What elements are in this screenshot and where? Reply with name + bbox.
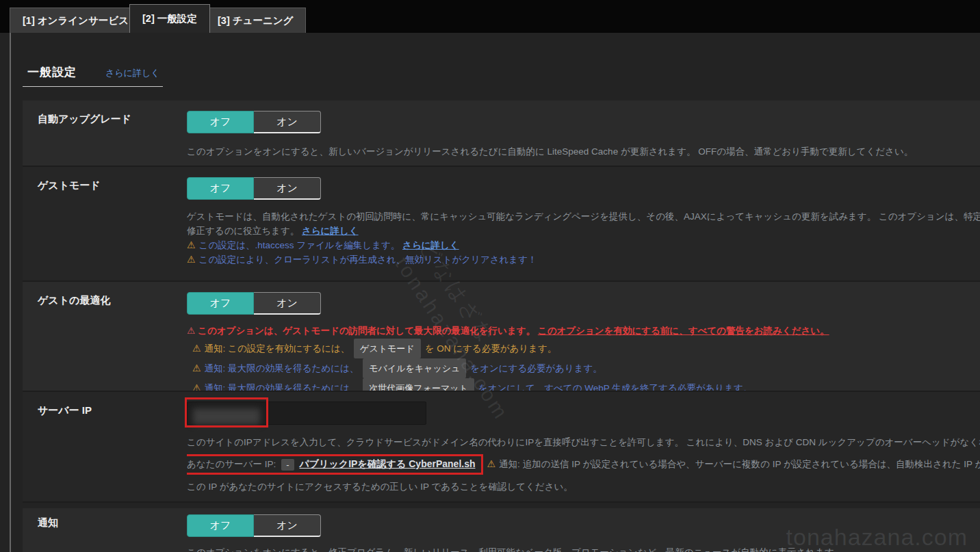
- auto-upgrade-toggle: オフ オン: [187, 111, 321, 133]
- guest-optimization-alert-link[interactable]: このオプションを有効にする前に、すべての警告をお読みください。: [538, 326, 829, 336]
- your-server-ip-line: あなたのサーバー IP: - パブリックIPを確認する CyberPanel.s…: [187, 453, 980, 476]
- next-gen-image-badge: 次世代画像フォーマット: [363, 378, 474, 392]
- guest-optimization-notice-1: ⚠通知: この設定を有効にするには、ゲストモードを ON にする必要があります。: [187, 339, 980, 358]
- auto-upgrade-on-button[interactable]: オン: [254, 111, 321, 133]
- warning-triangle-icon: ⚠: [487, 458, 496, 469]
- guest-optimization-off-button[interactable]: オフ: [187, 292, 254, 315]
- guest-mode-warning-learn-more-link[interactable]: さらに詳しく: [402, 240, 459, 250]
- guest-optimization-toggle: オフ オン: [187, 292, 321, 315]
- settings-tab-bar: [1] オンラインサービス [2] 一般設定 [3] チューニング: [0, 0, 980, 33]
- guest-mode-learn-more-link[interactable]: さらに詳しく: [302, 226, 359, 236]
- notification-on-button[interactable]: オン: [254, 514, 321, 537]
- row-auto-upgrade: 自動アップグレード オフ オン このオプションをオンにすると、新しいバージョンが…: [23, 101, 980, 167]
- guest-mode-warning-1: ⚠この設定は、.htaccess ファイルを編集します。 さらに詳しく: [187, 238, 980, 252]
- guest-optimization-label: ゲストの最適化: [23, 282, 187, 391]
- server-ip-description-1: このサイトのIPアドレスを入力して、クラウドサービスがドメイン名の代わりにIPを…: [187, 435, 980, 449]
- your-server-ip-value: -: [281, 459, 294, 471]
- server-ip-label: サーバー IP: [23, 392, 187, 501]
- learn-more-link[interactable]: さらに詳しく: [105, 67, 160, 79]
- guest-optimization-on-button[interactable]: オン: [254, 292, 321, 315]
- row-guest-mode: ゲストモード オフ オン ゲストモードは、自動化されたゲストの初回訪問時に、常に…: [23, 167, 980, 282]
- check-public-ip-link[interactable]: パブリックIPを確認する CyberPanel.sh: [300, 458, 476, 471]
- tab-general-settings[interactable]: [2] 一般設定: [129, 4, 210, 33]
- guest-mode-warning-2: ⚠この設定により、クローラリストが再生成され、無効リストがクリアされます！: [187, 252, 980, 267]
- guest-mode-badge: ゲストモード: [354, 339, 421, 358]
- cache-mobile-badge: モバイルをキャッシュ: [363, 358, 466, 378]
- auto-upgrade-description: このオプションをオンにすると、新しいバージョンがリリースされるたびに自動的に L…: [187, 144, 980, 159]
- siren-icon: ⚠: [187, 326, 195, 336]
- server-ip-description-2: この IP があなたのサイトにアクセスするための正しい IP であることを確認し…: [187, 479, 980, 494]
- notification-toggle: オフ オン: [187, 514, 321, 537]
- auto-upgrade-off-button[interactable]: オフ: [187, 111, 254, 133]
- row-guest-optimization: ゲストの最適化 オフ オン ⚠このオプションは、ゲストモードの訪問者に対して最大…: [23, 282, 980, 392]
- guest-optimization-notice-3: ⚠通知: 最大限の効果を得るためには、次世代画像フォーマットをオンにして、すべて…: [187, 378, 980, 392]
- row-server-ip: サーバー IP このサイトのIPアドレスを入力して、クラウドサービスがドメイン名…: [23, 392, 980, 503]
- page-title: 一般設定: [27, 64, 77, 80]
- warning-triangle-icon: ⚠: [192, 363, 201, 373]
- annotation-red-box-link: あなたのサーバー IP: - パブリックIPを確認する CyberPanel.s…: [187, 454, 483, 475]
- warning-triangle-icon: ⚠: [192, 343, 201, 354]
- guest-optimization-alert: ⚠このオプションは、ゲストモードの訪問者に対して最大限の最適化を行います。 この…: [187, 324, 980, 339]
- guest-mode-toggle: オフ オン: [187, 177, 321, 200]
- guest-mode-off-button[interactable]: オフ: [187, 177, 254, 200]
- guest-mode-description-line1: ゲストモードは、自動化されたゲストの初回訪問時に、常にキャッシュ可能なランディン…: [187, 209, 980, 224]
- settings-content: どなはざな tonahazana.com tonahazana.com 一般設定…: [0, 33, 980, 552]
- warning-triangle-icon: ⚠: [187, 254, 196, 265]
- notification-label: 通知: [23, 508, 187, 552]
- warning-triangle-icon: ⚠: [187, 239, 196, 250]
- guest-mode-label: ゲストモード: [23, 167, 187, 280]
- guest-mode-description-line2: 修正するのに役立ちます。 さらに詳しく: [187, 224, 980, 238]
- guest-mode-on-button[interactable]: オン: [254, 177, 321, 200]
- tab-online-services[interactable]: [1] オンラインサービス: [10, 8, 142, 33]
- guest-optimization-notice-2: ⚠通知: 最大限の効果を得るためには、モバイルをキャッシュをオンにする必要があり…: [187, 358, 980, 378]
- notification-off-button[interactable]: オフ: [187, 514, 254, 537]
- warning-triangle-icon: ⚠: [192, 382, 201, 392]
- row-notification: 通知 オフ オン このオプションをオンにすると、修正プログラム、新しいリリース、…: [23, 508, 980, 552]
- content-left-edge: [10, 33, 11, 552]
- auto-upgrade-label: 自動アップグレード: [23, 101, 187, 166]
- your-server-ip-label: あなたのサーバー IP:: [187, 458, 276, 471]
- notification-description: このオプションをオンにすると、修正プログラム、新しいリリース、利用可能なベータ版…: [187, 545, 980, 552]
- annotation-red-box-ip: [185, 397, 268, 428]
- server-ip-notice: ⚠通知: 追加の送信 IP が設定されている場合や、サーバーに複数の IP が設…: [487, 458, 980, 471]
- title-underline: [23, 86, 163, 87]
- tab-tuning[interactable]: [3] チューニング: [205, 8, 306, 33]
